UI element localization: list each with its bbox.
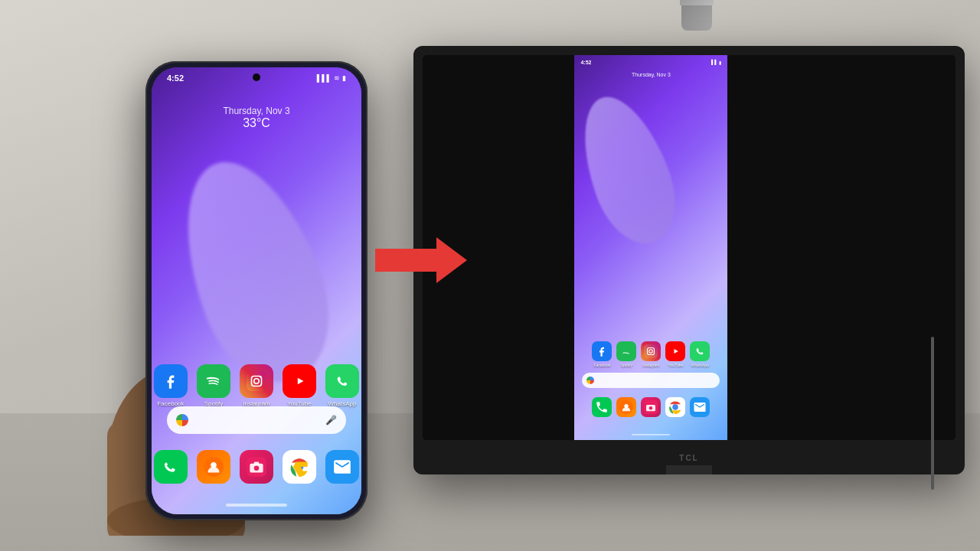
phone-search-bar[interactable]: 🎤 (167, 406, 346, 434)
tv-app-whatsapp: WhatsApp (690, 341, 710, 367)
phone-app-facebook[interactable]: Facebook (154, 364, 188, 407)
dock-icon-img (283, 450, 316, 484)
dock-icon-img (325, 450, 359, 484)
tv-dock-camera (641, 397, 661, 417)
tv-body: 4:52 ▌▌ ▮ Thursday, Nov 3 Facebook (413, 46, 965, 474)
phone-time: 4:52 (167, 73, 184, 83)
phone-app-youtube[interactable]: YouTube (283, 364, 316, 407)
battery-icon: ▮ (342, 74, 346, 82)
tv-mirror-wallpaper (574, 85, 690, 255)
dock-icon-img (197, 450, 230, 484)
app-icon-img (240, 364, 273, 398)
tv-app-label: Instagram (642, 363, 659, 367)
tv-app-label: YouTube (668, 363, 684, 367)
phone-screen: 4:52 ▌▌▌ ≋ ▮ Thursday, Nov 3 33°C Facebo… (152, 67, 361, 514)
tv-status-icons: ▌▌ ▮ (711, 60, 722, 65)
phone-app-whatsapp[interactable]: WhatsApp (325, 364, 359, 407)
phone-dock (152, 450, 361, 484)
svg-point-8 (260, 377, 261, 378)
tv-google-logo (586, 377, 594, 384)
svg-point-36 (649, 406, 653, 410)
phone-dock-chrome[interactable] (283, 450, 316, 484)
app-icon-img (197, 364, 230, 398)
tv-container: 4:52 ▌▌ ▮ Thursday, Nov 3 Facebook (413, 46, 965, 474)
app-icon-img (283, 364, 316, 398)
signal-icon: ▌▌▌ (317, 74, 332, 82)
arrow-container (375, 237, 467, 286)
phone-camera-cutout (253, 73, 260, 81)
tv-date-text: Thursday, Nov 3 (632, 72, 671, 77)
phone-dock-contacts[interactable] (197, 450, 230, 484)
tv-app-instagram: Instagram (641, 341, 661, 367)
wifi-icon: ≋ (334, 74, 340, 82)
phone-home-indicator (226, 504, 287, 507)
phone-dock-messages[interactable] (325, 450, 359, 484)
tv-dock-icon-img (690, 397, 710, 417)
phone-date-text: Thursday, Nov 3 (152, 106, 361, 116)
tv-dock-icon-img (616, 397, 636, 417)
tv-dock-phone (592, 397, 612, 417)
phone-app-spotify[interactable]: Spotify (197, 364, 230, 407)
svg-point-12 (161, 457, 181, 477)
tv-signal-icon: ▌▌ (711, 60, 718, 65)
tv-status-bar: 4:52 ▌▌ ▮ (574, 55, 727, 69)
tv-app-label: Facebook (593, 363, 610, 367)
phone-status-icons: ▌▌▌ ≋ ▮ (317, 74, 346, 82)
surface-object (681, 4, 712, 31)
google-logo (176, 414, 188, 426)
tv-search-bar (582, 373, 720, 388)
svg-rect-25 (644, 344, 658, 358)
svg-point-11 (332, 371, 352, 391)
tv-time: 4:52 (580, 60, 591, 65)
phone-device: 4:52 ▌▌▌ ≋ ▮ Thursday, Nov 3 33°C Facebo… (145, 61, 368, 520)
phone-dock-camera[interactable] (240, 450, 273, 484)
tv-app-spotify: Spotify (616, 341, 636, 367)
red-arrow-icon (375, 237, 467, 283)
tv-apps-row: Facebook Spotify Instagram YouTube Whats… (574, 341, 727, 367)
tv-cable (931, 337, 934, 490)
svg-point-30 (693, 344, 707, 358)
tv-app-facebook: Facebook (592, 341, 612, 367)
app-icon-img (154, 364, 188, 398)
tv-dock (574, 397, 727, 417)
tv-app-label: Spotify (621, 363, 632, 367)
tv-dock-icon-img (592, 397, 612, 417)
tv-dock-messages (690, 397, 710, 417)
svg-point-24 (619, 344, 633, 358)
tv-app-icon-img (616, 341, 636, 361)
tv-app-icon-img (690, 341, 710, 361)
tv-bezel: 4:52 ▌▌ ▮ Thursday, Nov 3 Facebook (423, 55, 956, 440)
tv-app-icon-img (665, 341, 685, 361)
tv-app-label: WhatsApp (691, 363, 709, 367)
tv-app-youtube: YouTube (665, 341, 685, 367)
tv-phone-mirror: 4:52 ▌▌ ▮ Thursday, Nov 3 Facebook (574, 55, 727, 440)
svg-rect-5 (247, 371, 266, 391)
phone-apps-row: Facebook Spotify Instagram YouTube Whats… (152, 364, 361, 407)
phone-temperature: 33°C (152, 116, 361, 130)
tv-dock-contacts (616, 397, 636, 417)
phone-dock-phone[interactable] (154, 450, 188, 484)
tv-brand-label: TCL (679, 454, 698, 462)
tv-date-widget: Thursday, Nov 3 (574, 72, 727, 77)
tv-dock-icon-img (665, 397, 685, 417)
tv-stand (666, 465, 712, 474)
phone-date-widget: Thursday, Nov 3 33°C (152, 106, 361, 130)
mic-icon: 🎤 (325, 415, 337, 425)
dock-icon-img (240, 450, 273, 484)
dock-icon-img (154, 450, 188, 484)
app-icon-img (325, 364, 359, 398)
tv-app-icon-img (592, 341, 612, 361)
tv-screen: 4:52 ▌▌ ▮ Thursday, Nov 3 Facebook (423, 55, 956, 440)
tv-dock-icon-img (641, 397, 661, 417)
tv-home-indicator (632, 434, 670, 435)
tv-app-icon-img (641, 341, 661, 361)
svg-marker-22 (375, 237, 467, 283)
tv-dark-right (727, 55, 956, 440)
tv-battery-icon: ▮ (719, 60, 721, 65)
cup (681, 4, 712, 31)
svg-rect-18 (254, 462, 260, 465)
tv-dock-chrome (665, 397, 685, 417)
phone-hand-area: 4:52 ▌▌▌ ≋ ▮ Thursday, Nov 3 33°C Facebo… (100, 61, 390, 536)
svg-point-17 (254, 465, 260, 471)
phone-app-instagram[interactable]: Instagram (240, 364, 273, 407)
